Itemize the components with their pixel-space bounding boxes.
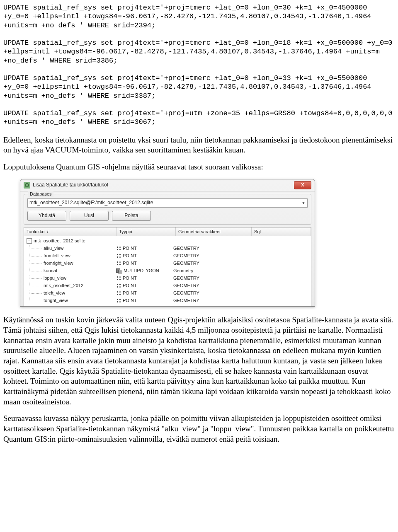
col-type[interactable]: Tyyppi bbox=[116, 227, 176, 236]
row-geom: Geometry bbox=[172, 268, 245, 273]
point-icon bbox=[116, 253, 121, 258]
table-row[interactable]: mtk_osoitteet_2012POINTGEOMETRY bbox=[24, 282, 311, 289]
paragraph-4: Seuraavassa kuvassa näkyy peruskartta, j… bbox=[3, 414, 395, 444]
paragraph-3: Käytännössä on tuskin kovin järkevää val… bbox=[3, 315, 395, 407]
delete-button[interactable]: Poista bbox=[112, 211, 151, 221]
table-row[interactable]: fromleft_viewPOINTGEOMETRY bbox=[24, 252, 311, 259]
col-table[interactable]: Taulukko/ bbox=[24, 227, 116, 236]
tree-line bbox=[29, 275, 42, 279]
row-geom: GEOMETRY bbox=[172, 260, 245, 266]
row-type: POINT bbox=[123, 275, 137, 281]
tree-line bbox=[29, 290, 42, 294]
row-name: toright_view bbox=[44, 297, 68, 303]
sql-stmt-4: UPDATE spatial_ref_sys set proj4text='+p… bbox=[3, 109, 397, 126]
row-name: alku_view bbox=[44, 245, 63, 251]
group-label: Databases bbox=[28, 191, 53, 197]
row-geom: GEOMETRY bbox=[172, 253, 245, 259]
spatialite-dialog: Lisää SpatiaLite taulukkot/taulukot X Da… bbox=[20, 179, 315, 307]
paragraph-1: Edelleen, koska tietokannasta on poistet… bbox=[3, 135, 395, 155]
row-name: loppu_view bbox=[44, 275, 66, 281]
table-row[interactable]: toleft_viewPOINTGEOMETRY bbox=[24, 289, 311, 297]
tree-line bbox=[29, 260, 42, 264]
tree-body: − mtk_osoitteet_2012.sqlite alku_viewPOI… bbox=[24, 236, 311, 306]
expander-icon[interactable]: − bbox=[27, 238, 32, 244]
sql-stmt-2: UPDATE spatial_ref_sys set proj4text='+p… bbox=[3, 39, 397, 65]
tree-line bbox=[29, 268, 42, 271]
row-geom: GEOMETRY bbox=[172, 275, 245, 281]
close-button[interactable]: X bbox=[294, 181, 311, 189]
row-type: POINT bbox=[123, 253, 137, 259]
point-icon bbox=[116, 261, 121, 266]
sort-indicator: / bbox=[47, 230, 48, 234]
connect-button[interactable]: Yhdistä bbox=[27, 211, 66, 221]
close-icon: X bbox=[301, 182, 304, 188]
paragraph-2: Lopputuloksena Quantum GIS -ohjelma näyt… bbox=[3, 162, 395, 172]
dialog-title: Lisää SpatiaLite taulukkot/taulukot bbox=[33, 182, 108, 189]
point-icon bbox=[116, 298, 121, 303]
point-icon bbox=[116, 283, 121, 288]
sql-stmt-3: UPDATE spatial_ref_sys set proj4text='+p… bbox=[3, 74, 376, 100]
row-name: kunnat bbox=[44, 268, 57, 273]
row-name: fromleft_view bbox=[44, 253, 70, 259]
tree-line bbox=[29, 297, 42, 301]
table-row[interactable]: fromright_viewPOINTGEOMETRY bbox=[24, 259, 311, 267]
sql-block: UPDATE spatial_ref_sys set proj4text='+p… bbox=[3, 3, 395, 127]
row-name: mtk_osoitteet_2012 bbox=[44, 283, 83, 288]
point-icon bbox=[116, 246, 121, 251]
new-button[interactable]: Uusi bbox=[70, 211, 109, 221]
tree-header: Taulukko/ Tyyppi Geometria sarakkeet Sql bbox=[24, 227, 311, 237]
row-type: POINT bbox=[123, 297, 137, 303]
row-type: POINT bbox=[123, 245, 137, 251]
col-geom[interactable]: Geometria sarakkeet bbox=[176, 227, 252, 236]
row-type: POINT bbox=[123, 283, 137, 288]
app-icon bbox=[24, 182, 30, 189]
databases-group: Databases mtk_osoitteet_2012.sqlite@F:/m… bbox=[24, 194, 311, 225]
table-row[interactable]: loppu_viewPOINTGEOMETRY bbox=[24, 274, 311, 282]
row-geom: GEOMETRY bbox=[172, 290, 245, 296]
tree-line bbox=[29, 283, 42, 286]
combo-value: mtk_osoitteet_2012.sqlite@F:/mtk_osoitte… bbox=[29, 200, 153, 206]
sql-stmt-1: UPDATE spatial_ref_sys set proj4text='+p… bbox=[3, 4, 376, 29]
tables-tree[interactable]: Taulukko/ Tyyppi Geometria sarakkeet Sql… bbox=[24, 227, 311, 307]
col-sql[interactable]: Sql bbox=[252, 227, 311, 236]
row-type: POINT bbox=[123, 260, 137, 266]
row-geom: GEOMETRY bbox=[172, 283, 245, 288]
row-geom: GEOMETRY bbox=[172, 245, 245, 251]
point-icon bbox=[116, 276, 121, 281]
row-geom: GEOMETRY bbox=[172, 297, 245, 303]
row-type: POINT bbox=[123, 290, 137, 296]
titlebar: Lisää SpatiaLite taulukkot/taulukot X bbox=[20, 179, 315, 191]
multipolygon-icon bbox=[116, 268, 122, 273]
tree-line bbox=[29, 253, 42, 256]
database-combo[interactable]: mtk_osoitteet_2012.sqlite@F:/mtk_osoitte… bbox=[27, 198, 308, 208]
table-row[interactable]: toright_viewPOINTGEOMETRY bbox=[24, 297, 311, 304]
root-name: mtk_osoitteet_2012.sqlite bbox=[34, 238, 85, 244]
tree-line bbox=[29, 245, 42, 249]
row-type: MULTIPOLYGON bbox=[124, 268, 159, 273]
tree-root-row[interactable]: − mtk_osoitteet_2012.sqlite bbox=[24, 237, 311, 244]
row-name: toleft_view bbox=[44, 290, 65, 296]
point-icon bbox=[116, 290, 121, 295]
row-name: fromright_view bbox=[44, 260, 73, 266]
table-row[interactable]: alku_viewPOINTGEOMETRY bbox=[24, 244, 311, 252]
table-row[interactable]: kunnatMULTIPOLYGONGeometry bbox=[24, 267, 311, 274]
chevron-down-icon: ▼ bbox=[301, 200, 306, 206]
